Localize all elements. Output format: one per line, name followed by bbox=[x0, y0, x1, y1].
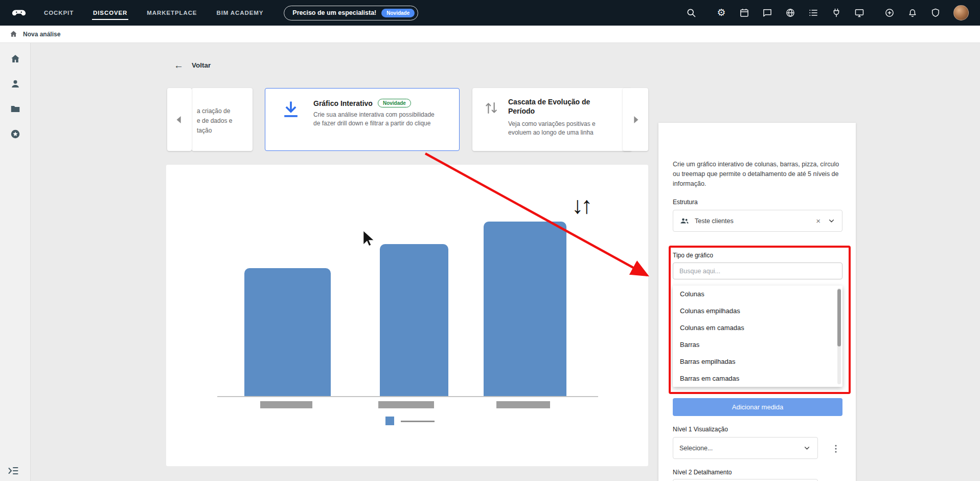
cta-label: Preciso de um especialista! bbox=[292, 9, 376, 16]
novidade-badge: Novidade bbox=[378, 99, 411, 107]
chart-baseline bbox=[217, 396, 598, 397]
swap-arrows-icon: ↓↑ bbox=[572, 191, 590, 219]
bar-3 bbox=[484, 222, 566, 396]
card-title: Cascata de Evolução de Período bbox=[508, 97, 600, 116]
shield-icon[interactable] bbox=[930, 8, 941, 18]
chart-preview-panel: ↓↑ bbox=[166, 165, 648, 466]
option-barras-empilhadas[interactable]: Barras empilhadas bbox=[673, 353, 842, 370]
notifications-bell-icon[interactable] bbox=[907, 8, 918, 18]
back-label: Voltar bbox=[192, 61, 211, 69]
option-colunas[interactable]: Colunas bbox=[673, 286, 842, 302]
cursor-icon bbox=[359, 229, 378, 250]
main-menu: COCKPIT DISCOVER MARKETPLACE BIM ACADEMY bbox=[44, 10, 263, 16]
estrutura-select[interactable]: Teste clientes × bbox=[673, 210, 842, 232]
nivel2-label: Nível 2 Detalhamento bbox=[673, 469, 732, 476]
calendar-icon[interactable] bbox=[739, 8, 749, 18]
option-barras[interactable]: Barras bbox=[673, 336, 842, 353]
nivel1-label: Nível 1 Visualização bbox=[673, 426, 728, 433]
chevron-right-icon bbox=[629, 113, 642, 126]
estrutura-value: Teste clientes bbox=[695, 217, 734, 225]
card-text: Cascata de Evolução de Período Veja como… bbox=[508, 97, 600, 151]
chevron-down-icon bbox=[827, 216, 836, 225]
option-barras-em-camadas[interactable]: Barras em camadas bbox=[673, 370, 842, 387]
option-colunas-em-camadas[interactable]: Colunas em camadas bbox=[673, 319, 842, 336]
clear-icon[interactable]: × bbox=[814, 216, 822, 225]
brand-logo-icon[interactable] bbox=[11, 5, 27, 20]
card-text: Gráfico Interativo Novidade Crie sua aná… bbox=[313, 99, 442, 150]
option-colunas-empilhadas[interactable]: Colunas empilhadas bbox=[673, 302, 842, 319]
expand-sidebar-icon[interactable] bbox=[7, 465, 19, 477]
scrollbar-thumb[interactable] bbox=[837, 289, 841, 346]
carousel-card-cascade[interactable]: Cascata de Evolução de Período Veja como… bbox=[472, 88, 632, 151]
home-icon[interactable] bbox=[9, 30, 18, 38]
chat-icon[interactable] bbox=[762, 8, 772, 18]
list-icon[interactable] bbox=[808, 8, 818, 18]
partial-card-text: e de dados e bbox=[197, 116, 249, 126]
globe-icon[interactable] bbox=[785, 8, 795, 18]
cta-novidade-badge: Novidade bbox=[381, 9, 415, 17]
search-icon[interactable] bbox=[686, 8, 696, 18]
chevron-left-icon bbox=[173, 113, 186, 126]
chevron-down-icon bbox=[803, 444, 811, 452]
left-sidebar bbox=[0, 43, 31, 481]
settings-gear-icon[interactable]: ⚙ bbox=[716, 8, 726, 18]
breadcrumb: Nova análise bbox=[0, 26, 980, 43]
sidebar-star-circle-icon[interactable] bbox=[10, 128, 21, 140]
avatar[interactable] bbox=[953, 5, 969, 20]
menu-item-bim-academy[interactable]: BIM ACADEMY bbox=[216, 10, 263, 16]
card-title: Gráfico Interativo bbox=[313, 99, 373, 107]
tipo-grafico-label: Tipo de gráfico bbox=[673, 252, 713, 259]
sidebar-home-icon[interactable] bbox=[10, 53, 21, 64]
carousel-card-interactive-chart[interactable]: Gráfico Interativo Novidade Crie sua aná… bbox=[265, 88, 460, 151]
screen-share-icon[interactable] bbox=[854, 8, 864, 18]
download-icon bbox=[280, 99, 302, 121]
back-button[interactable]: ← Voltar bbox=[174, 60, 211, 70]
specialist-cta-button[interactable]: Preciso de um especialista! Novidade bbox=[284, 6, 418, 20]
detail-panel: Crie um gráfico interativo de colunas, b… bbox=[658, 123, 856, 481]
bar-2 bbox=[380, 244, 448, 396]
carousel-card-partial[interactable]: a criação de e de dados e tação bbox=[192, 88, 253, 151]
bar-1 bbox=[244, 268, 331, 396]
sidebar-icons bbox=[0, 43, 30, 140]
partial-card-text: tação bbox=[197, 126, 249, 136]
panel-intro-text: Crie um gráfico interativo de colunas, b… bbox=[673, 160, 842, 188]
card-description: evoluem ao longo de uma linha bbox=[508, 128, 600, 137]
nivel1-value: Selecione... bbox=[679, 445, 713, 452]
axis-label-placeholder bbox=[496, 401, 550, 408]
card-description: Veja como variações positivas e bbox=[508, 120, 600, 128]
breadcrumb-label: Nova análise bbox=[23, 31, 60, 38]
estrutura-label: Estrutura bbox=[673, 199, 698, 206]
chart-type-options-list: Colunas Colunas empilhadas Colunas em ca… bbox=[673, 286, 842, 387]
top-navbar: COCKPIT DISCOVER MARKETPLACE BIM ACADEMY… bbox=[0, 0, 980, 26]
menu-item-discover[interactable]: DISCOVER bbox=[93, 10, 127, 16]
app-screen: COCKPIT DISCOVER MARKETPLACE BIM ACADEMY… bbox=[0, 0, 980, 481]
people-icon bbox=[679, 216, 690, 226]
kebab-menu-icon[interactable] bbox=[830, 443, 841, 454]
axis-label-placeholder bbox=[378, 401, 434, 408]
sidebar-folder-icon[interactable] bbox=[10, 103, 21, 115]
add-measure-button[interactable]: Adicionar medida bbox=[673, 398, 842, 416]
menu-item-marketplace[interactable]: MARKETPLACE bbox=[147, 10, 197, 16]
axis-label-placeholder bbox=[260, 401, 312, 408]
carousel-prev-button[interactable] bbox=[167, 88, 192, 151]
partial-card-text: a criação de bbox=[197, 106, 249, 116]
swap-vert-icon bbox=[483, 99, 500, 117]
back-arrow-icon: ← bbox=[174, 60, 184, 70]
nivel2-select[interactable] bbox=[673, 479, 818, 481]
menu-item-cockpit[interactable]: COCKPIT bbox=[44, 10, 74, 16]
legend-marker bbox=[385, 417, 394, 425]
plug-icon[interactable] bbox=[831, 8, 841, 18]
carousel-next-button[interactable] bbox=[623, 88, 648, 151]
card-description: Crie sua análise interativa com possibil… bbox=[313, 111, 442, 128]
chart-type-search-input[interactable] bbox=[673, 263, 842, 279]
sidebar-user-icon[interactable] bbox=[10, 78, 21, 90]
nivel1-select[interactable]: Selecione... bbox=[673, 437, 818, 459]
add-circle-icon[interactable] bbox=[884, 8, 895, 18]
legend-label-placeholder bbox=[401, 421, 435, 422]
topbar-actions: ⚙ bbox=[686, 5, 969, 20]
